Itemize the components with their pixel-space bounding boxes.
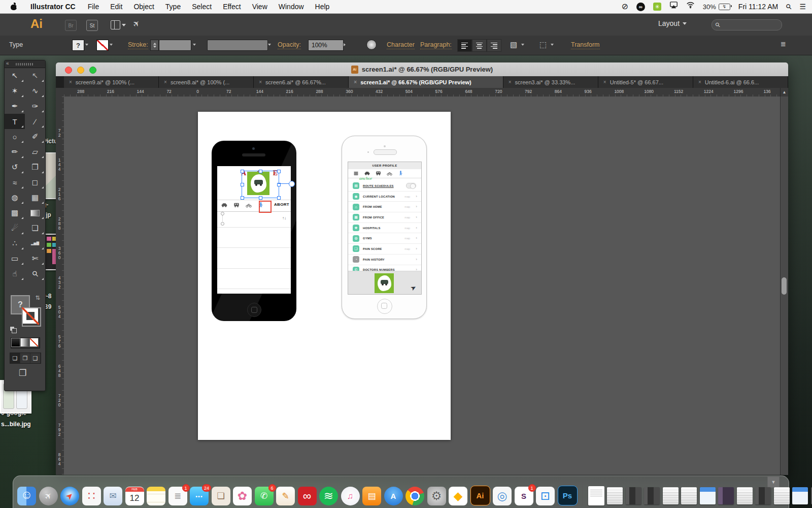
messages[interactable]: •••24 (190, 487, 209, 505)
stroke-weight-stepper[interactable] (150, 40, 159, 51)
stock-button[interactable]: St (86, 20, 98, 31)
document-tab-1[interactable]: ×screen8.ai* @ 100% (... (159, 76, 254, 88)
photo-booth[interactable]: ❏ (212, 487, 230, 505)
illustrator[interactable]: Ai (470, 486, 490, 505)
minimized-window[interactable] (737, 487, 753, 504)
minimized-window[interactable] (755, 487, 771, 504)
menu-item-select[interactable]: Select (186, 0, 217, 13)
profile-row-from-home[interactable]: ⌂FROM HOMEmap› (348, 202, 421, 212)
gradient-button[interactable] (20, 338, 29, 347)
iphone-white-mockup[interactable]: USER PROFILE anchor ▤ROUTE SCHEDULES◉CUR… (342, 136, 427, 319)
profile-row-hospitals[interactable]: ✚HOSPITALSmap› (348, 223, 421, 234)
itunes[interactable]: ♫ (341, 487, 360, 505)
close-tab-icon[interactable]: × (603, 79, 606, 85)
selection-handle[interactable] (241, 170, 244, 173)
scroll-up-arrow[interactable]: ▲ (780, 88, 788, 97)
swap-fill-stroke-icon[interactable]: ⇄ (35, 295, 41, 300)
bus-icon[interactable] (376, 169, 381, 178)
profile-row-current-location[interactable]: ◉CURRENT LOCATIONmap› (348, 192, 421, 202)
tools-panel-header[interactable]: « (5, 60, 45, 68)
selection-handle[interactable] (259, 196, 262, 200)
document-tab-2[interactable]: ×screen6.ai* @ 66.67%... (254, 76, 349, 88)
minimized-window[interactable] (792, 487, 808, 504)
bus-icon[interactable] (233, 201, 240, 210)
photoshop[interactable]: Ps (558, 486, 578, 505)
paintbrush-tool[interactable]: ✐ (25, 129, 45, 144)
document-tab-4[interactable]: ×screen3.ai* @ 33.33%... (503, 76, 598, 88)
chevron-down-icon[interactable] (551, 44, 554, 46)
scale-tool[interactable]: ❐ (25, 160, 45, 175)
iphone-black-screen[interactable]: ACE ABORT (217, 166, 291, 294)
artboard-tool[interactable]: ▭ (5, 251, 25, 266)
fill-swatch[interactable]: ? (72, 40, 84, 51)
sync-slash-icon[interactable]: ⊘ (621, 0, 628, 13)
menu-app-name[interactable]: Illustrator CC (25, 0, 82, 13)
chrome[interactable] (405, 487, 424, 505)
line-segment-tool[interactable]: ∕ (25, 114, 45, 129)
selection-handle[interactable] (241, 183, 244, 186)
opacity-spinner-icon[interactable] (344, 43, 346, 46)
width-tool[interactable]: ≈ (5, 175, 25, 190)
route-endpoints-row[interactable]: ↑↓ (221, 212, 287, 226)
photos[interactable]: ✿ (233, 487, 252, 505)
selection-anchor-circle[interactable] (289, 181, 295, 187)
envelope-distort-icon[interactable]: ▧ (510, 40, 517, 49)
map-link[interactable]: map (404, 216, 410, 219)
iphone-white-screen[interactable]: USER PROFILE anchor ▤ROUTE SCHEDULES◉CUR… (348, 162, 422, 295)
car-icon[interactable] (221, 201, 227, 210)
notification-center-icon[interactable]: ☰ (799, 0, 806, 13)
profile-row-from-office[interactable]: ▦FROM OFFICEmap› (348, 212, 421, 223)
pages[interactable]: ✎ (276, 487, 295, 505)
hand-tool[interactable]: ☝ (5, 266, 25, 281)
selection-tool[interactable]: ↖ (5, 68, 25, 83)
finder[interactable] (17, 487, 36, 505)
document-file[interactable] (588, 486, 604, 505)
profile-row-pain-history[interactable]: ◔PAIN HISTORY› (348, 255, 421, 265)
shape-builder-tool[interactable]: ◍ (5, 190, 25, 205)
stroke-color-well[interactable] (22, 307, 41, 327)
app-grid[interactable]: ∷ (82, 487, 101, 505)
illustrator-logo[interactable]: Ai (30, 17, 43, 31)
eraser-tool[interactable]: ▱ (25, 144, 45, 160)
align-center-button[interactable] (472, 39, 487, 52)
menu-item-edit[interactable]: Edit (105, 0, 128, 13)
close-tab-icon[interactable]: × (259, 79, 262, 85)
selection-handle[interactable] (259, 170, 262, 173)
document-tab-0[interactable]: ×screen9.ai* @ 100% (... (64, 76, 159, 88)
canvas-area[interactable]: ACE ABORT (64, 97, 781, 475)
menu-item-view[interactable]: View (247, 0, 273, 13)
variable-width-profile-select[interactable] (207, 40, 268, 51)
collapse-panel-icon[interactable]: « (6, 60, 9, 66)
panel-grip[interactable] (16, 63, 34, 66)
minimized-window[interactable] (663, 487, 679, 504)
map-link[interactable]: map (404, 227, 410, 230)
profile-row-route-schedules[interactable]: ▤ROUTE SCHEDULES (348, 181, 421, 192)
stroke-link[interactable]: Stroke: (128, 41, 148, 49)
opacity-field[interactable]: 100% (308, 40, 344, 51)
zoom-tool[interactable]: ⚲ (25, 266, 45, 281)
transport-toolbar[interactable]: ABORT (217, 200, 291, 212)
close-tab-icon[interactable]: × (698, 79, 701, 85)
profile-row-gyms[interactable]: ◍GYMSmap› (348, 233, 421, 244)
draw-normal-button[interactable]: ❏ (10, 353, 20, 363)
apple-menu-icon[interactable] (10, 3, 18, 11)
color-button[interactable] (11, 338, 20, 347)
panel-options-icon[interactable]: ≣ (781, 40, 786, 48)
type-tool[interactable]: T (5, 114, 25, 129)
menu-icon[interactable] (353, 169, 359, 178)
minimized-window[interactable] (607, 487, 623, 504)
toggle-switch[interactable] (406, 183, 416, 188)
sketch[interactable]: ◆ (449, 487, 467, 505)
lasso-tool[interactable]: ∿ (25, 83, 45, 99)
chevron-down-icon[interactable] (521, 44, 524, 46)
iphone-black-mockup[interactable]: ACE ABORT (212, 141, 296, 321)
calendar[interactable]: FEB12 (125, 487, 144, 505)
window-title-bar[interactable]: Ai screen1.ai* @ 66.67% (RGB/GPU Preview… (56, 62, 788, 77)
none-button[interactable] (29, 338, 39, 347)
mesh-tool[interactable]: ▩ (5, 205, 25, 220)
profile-row-pain-score[interactable]: ❑PAIN SCOREmap› (348, 244, 421, 255)
app-logo-artwork[interactable] (375, 273, 394, 293)
scrollbar-thumb[interactable] (782, 277, 787, 295)
map-link[interactable]: map (404, 247, 410, 250)
free-transform-tool[interactable]: ◻ (25, 175, 45, 190)
